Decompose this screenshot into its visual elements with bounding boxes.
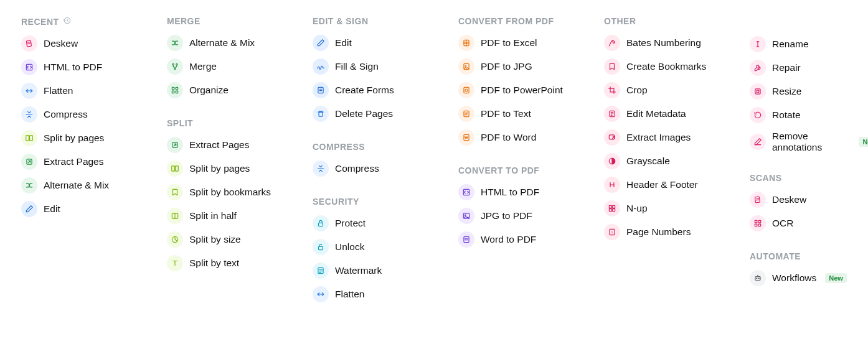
svg-rect-13 [172, 87, 174, 90]
tool-edit-metadata[interactable]: Edit Metadata [604, 103, 735, 124]
txt-icon [458, 106, 474, 122]
flatten-icon [21, 83, 37, 99]
ocr-icon [750, 215, 766, 231]
tool-pdf-to-jpg[interactable]: PDF to JPG [458, 56, 589, 77]
tool-page-numbers[interactable]: 1Page Numbers [604, 221, 735, 243]
tool-split-by-text[interactable]: Split by text [167, 253, 298, 274]
tool-label: Create Bookmarks [626, 61, 706, 72]
tool-deskew[interactable]: Deskew [750, 189, 868, 210]
svg-rect-61 [609, 205, 611, 208]
tool-alternate-mix[interactable]: Alternate & Mix [21, 175, 152, 196]
section-title-text: MERGE [167, 16, 200, 26]
tool-deskew[interactable]: Deskew [21, 33, 152, 54]
svg-point-79 [758, 278, 759, 279]
tool-label: Compress [44, 109, 88, 120]
tool-flatten[interactable]: Flatten [313, 284, 443, 305]
tool-n-up[interactable]: N-up [604, 198, 735, 219]
section-compress: COMPRESSCompress [313, 142, 443, 179]
tool-pdf-to-powerpoint[interactable]: PDF to PowerPoint [458, 80, 589, 101]
section-title: EDIT & SIGN [313, 16, 443, 26]
tool-html-to-pdf[interactable]: HTML to PDF [21, 57, 152, 78]
tool-create-forms[interactable]: Create Forms [313, 80, 443, 101]
tool-extract-pages[interactable]: Extract Pages [167, 134, 298, 156]
deskew-icon [21, 35, 37, 52]
tool-label: Merge [189, 61, 217, 72]
tool-grayscale[interactable]: Grayscale [604, 151, 735, 172]
tool-resize[interactable]: Resize [750, 81, 868, 102]
svg-point-78 [757, 278, 757, 279]
tool-edit[interactable]: Edit [21, 198, 152, 220]
tool-label: Edit Metadata [626, 108, 686, 119]
svg-rect-30 [319, 246, 323, 249]
tool-label: HTML to PDF [44, 62, 102, 73]
section-title: SPLIT [167, 118, 298, 128]
section-title: COMPRESS [313, 142, 443, 152]
tool-crop[interactable]: Crop [604, 80, 735, 101]
ppt-icon [458, 82, 474, 98]
section-title: OTHER [604, 16, 735, 26]
tool-bates-numbering[interactable]: Bates Numbering [604, 32, 735, 54]
tool-label: Delete Pages [335, 108, 393, 119]
tool-extract-images[interactable]: Extract Images [604, 127, 735, 148]
svg-rect-7 [30, 136, 33, 141]
tool-label: JPG to PDF [481, 210, 532, 221]
compress-icon [21, 106, 37, 123]
tool-edit[interactable]: Edit [313, 32, 443, 54]
tool-remove-annotations[interactable]: Remove annotationsNew [750, 128, 868, 156]
tool-pdf-to-word[interactable]: PDF to Word [458, 127, 589, 148]
extimg-icon [604, 129, 620, 146]
rotate-icon [750, 107, 766, 123]
tool-rename[interactable]: Rename [750, 34, 868, 55]
tool-flatten[interactable]: Flatten [21, 80, 152, 101]
section-title: SECURITY [313, 197, 443, 207]
tool-pdf-to-text[interactable]: PDF to Text [458, 103, 589, 124]
tool-compress[interactable]: Compress [313, 158, 443, 179]
tool-organize[interactable]: Organize [167, 80, 298, 101]
tool-header-footer[interactable]: Header & Footer [604, 174, 735, 195]
section-title-text: COMPRESS [313, 142, 365, 152]
tool-label: Split by pages [189, 163, 250, 174]
tool-label: Protect [335, 218, 366, 229]
lock-icon [313, 215, 329, 231]
tool-watermark[interactable]: Watermark [313, 260, 443, 281]
section-title: CONVERT TO PDF [458, 165, 589, 175]
size-icon [167, 231, 183, 248]
tool-label: Flatten [335, 289, 364, 300]
history-icon [63, 16, 72, 27]
tool-unlock[interactable]: Unlock [313, 236, 443, 258]
tool-label: Word to PDF [481, 234, 536, 245]
tool-split-by-pages[interactable]: Split by pages [21, 128, 152, 149]
tool-extract-pages[interactable]: Extract Pages [21, 151, 152, 172]
tool-fill-sign[interactable]: Fill & Sign [313, 56, 443, 77]
meta-icon [604, 106, 620, 122]
tool-label: Compress [335, 163, 379, 174]
tool-word-to-pdf[interactable]: Word to PDF [458, 229, 589, 250]
tool-split-by-pages[interactable]: Split by pages [167, 158, 298, 179]
svg-rect-76 [758, 224, 761, 226]
tool-repair[interactable]: Repair [750, 57, 868, 78]
tool-pdf-to-excel[interactable]: PDF to Excel [458, 32, 589, 54]
svg-rect-20 [176, 166, 179, 171]
excel-icon [458, 35, 474, 51]
tool-label: Remove annotations [772, 131, 850, 153]
tool-create-bookmarks[interactable]: Create Bookmarks [604, 56, 735, 77]
svg-rect-14 [176, 87, 178, 90]
tool-html-to-pdf[interactable]: HTML to PDF [458, 182, 589, 203]
tool-delete-pages[interactable]: Delete Pages [313, 103, 443, 124]
section-title-text: SECURITY [313, 197, 359, 207]
svg-rect-62 [613, 205, 615, 208]
tool-merge[interactable]: Merge [167, 56, 298, 77]
tool-rotate[interactable]: Rotate [750, 105, 868, 126]
tool-alternate-mix[interactable]: Alternate & Mix [167, 32, 298, 54]
section-other: OTHERBates NumberingCreate BookmarksCrop… [604, 16, 735, 243]
tool-workflows[interactable]: WorkflowsNew [750, 268, 868, 289]
tool-split-by-size[interactable]: Split by size [167, 229, 298, 250]
tool-split-by-bookmarks[interactable]: Split by bookmarks [167, 182, 298, 203]
tool-ocr[interactable]: OCR [750, 213, 868, 234]
tool-protect[interactable]: Protect [313, 213, 443, 234]
tool-jpg-to-pdf[interactable]: JPG to PDF [458, 205, 589, 226]
tool-split-in-half[interactable]: Split in half [167, 205, 298, 226]
section-scans: SCANSDeskewOCR [750, 173, 868, 234]
svg-rect-29 [319, 223, 323, 226]
tool-compress[interactable]: Compress [21, 104, 152, 125]
